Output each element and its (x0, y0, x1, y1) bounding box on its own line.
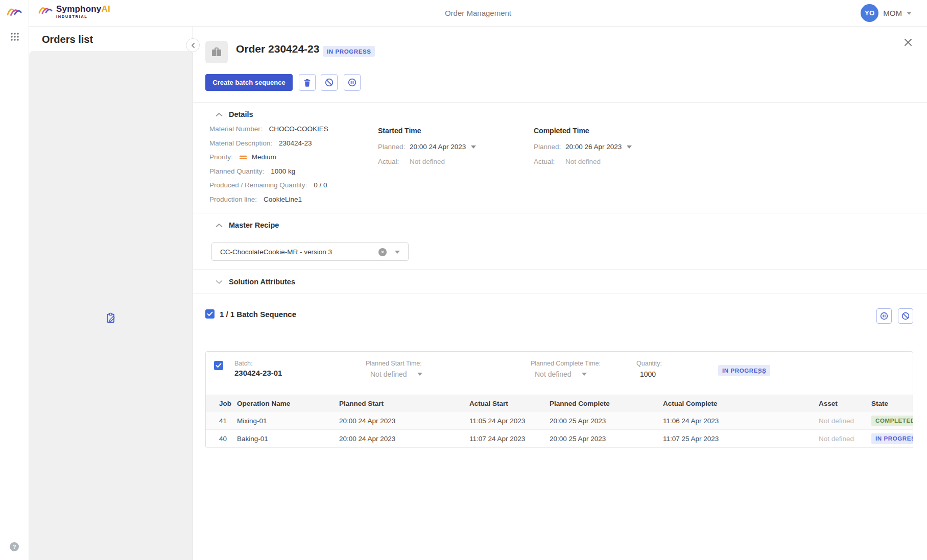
solution-attributes-section-header[interactable]: Solution Attributes (216, 278, 295, 286)
pause-batch-button[interactable] (876, 308, 892, 324)
master-recipe-section-header[interactable]: Master Recipe (216, 221, 279, 229)
briefcase-icon (211, 47, 222, 57)
page-title: Order Management (29, 9, 927, 17)
completed-actual-row: Actual: Not defined (534, 158, 601, 165)
clear-selection-icon[interactable]: ✕ (378, 248, 387, 256)
pause-circle-icon (880, 312, 888, 320)
completed-time-column: Completed Time Planned: 20:00 26 Apr 202… (534, 127, 589, 135)
left-rail: ? (0, 0, 29, 560)
delete-order-button[interactable] (299, 74, 316, 91)
create-batch-sequence-button[interactable]: Create batch sequence (205, 74, 293, 91)
grid-dots-glyph (10, 32, 20, 42)
quantity-value: 1000 (640, 370, 656, 378)
completed-planned-row: Planned: 20:00 26 Apr 2023 (534, 143, 632, 151)
cancel-batch-button[interactable] (898, 308, 913, 324)
divider (193, 294, 927, 294)
field-material-description: Material Description:230424-23 (209, 139, 328, 154)
wave-glyph (7, 6, 22, 18)
brand-logo: SymphonyAI INDUSTRIAL (38, 5, 110, 19)
master-recipe-value: CC-ChocolateCookie-MR - version 3 (220, 248, 332, 256)
chevron-left-icon (191, 42, 196, 48)
sidebar-item-orders[interactable] (29, 51, 193, 560)
col-planned-complete: Planned Complete (550, 400, 663, 407)
chevron-up-icon (216, 112, 223, 117)
chevron-down-icon (582, 373, 587, 376)
completed-time-heading: Completed Time (534, 127, 589, 135)
help-icon[interactable]: ? (10, 542, 19, 551)
col-operation-name: Operation Name (237, 400, 339, 407)
started-planned-row: Planned: 20:00 24 Apr 2023 (378, 143, 476, 151)
wave-glyph (38, 5, 53, 17)
col-actual-complete: Actual Complete (663, 400, 819, 407)
brand-text: SymphonyAI INDUSTRIAL (56, 5, 110, 19)
batch-id: 230424-23-01 (234, 369, 282, 377)
col-asset: Asset (819, 400, 871, 407)
chevron-down-icon (907, 12, 912, 15)
order-detail-panel: Order 230424-23 IN PROGRESS Create batch… (193, 27, 927, 560)
collapse-panel-button[interactable] (186, 38, 200, 52)
collapse-batch-icon[interactable] (758, 368, 765, 377)
ban-icon (901, 312, 910, 320)
job-state-badge: IN PROGRESS (871, 433, 913, 444)
batch-label: Batch: (234, 360, 252, 367)
job-row[interactable]: 41 Mixing-01 20:00 24 Apr 2023 11:05 24 … (206, 412, 913, 430)
order-management-app: ? SymphonyAI INDUSTRIAL Order Management… (0, 0, 927, 560)
started-planned-value[interactable]: 20:00 24 Apr 2023 (410, 143, 466, 151)
started-time-heading: Started Time (378, 127, 421, 135)
chevron-down-icon (395, 251, 400, 254)
chevron-down-icon[interactable] (471, 145, 476, 149)
jobs-table-header: Job Operation Name Planned Start Actual … (206, 395, 913, 412)
field-priority: Priority: Medium (209, 153, 328, 167)
batch-card-header: Batch: 230424-23-01 Planned Start Time: … (206, 352, 913, 395)
divider (193, 102, 927, 103)
job-state-badge: COMPLETED (871, 416, 913, 426)
symphonyai-wave-icon[interactable] (7, 6, 22, 18)
quantity-label: Quantity: (636, 360, 662, 367)
field-produced-remaining: Produced / Remaining Quantity:0 / 0 (209, 181, 328, 196)
chevron-down-icon[interactable] (627, 145, 632, 149)
batch-sequence-heading: 1 / 1 Batch Sequence (220, 310, 296, 319)
divider (193, 213, 927, 213)
completed-planned-value[interactable]: 20:00 26 Apr 2023 (565, 143, 622, 151)
apps-grid-icon[interactable] (4, 26, 26, 48)
orders-list-title: Orders list (42, 34, 93, 45)
user-menu[interactable]: YO MOM (861, 4, 912, 22)
job-row[interactable]: 40 Baking-01 20:00 24 Apr 2023 11:07 24 … (206, 430, 913, 448)
batch-checkbox[interactable] (214, 361, 223, 370)
planned-complete-time-value[interactable]: Not defined (535, 370, 587, 378)
batch-sequence-checkbox[interactable] (205, 309, 215, 319)
priority-medium-icon (240, 155, 247, 160)
topbar: SymphonyAI INDUSTRIAL Order Management Y… (29, 0, 927, 27)
started-actual-row: Actual: Not defined (378, 158, 445, 165)
started-time-column: Started Time Planned: 20:00 24 Apr 2023 … (378, 127, 421, 135)
col-state: State (871, 400, 913, 407)
col-actual-start: Actual Start (469, 400, 550, 407)
trash-icon (303, 79, 311, 87)
order-tile (205, 41, 228, 63)
divider (193, 269, 927, 270)
cancel-order-button[interactable] (321, 74, 338, 91)
field-production-line: Production line:CookieLine1 (209, 196, 328, 210)
details-section-header[interactable]: Details (216, 110, 253, 118)
clipboard-edit-icon (105, 312, 116, 324)
brand-subtitle: INDUSTRIAL (56, 15, 110, 19)
user-label: MOM (883, 9, 902, 17)
field-planned-quantity: Planned Quantity:1000 kg (209, 167, 328, 182)
order-status-badge: IN PROGRESS (323, 46, 375, 57)
col-job: Job (219, 400, 237, 407)
planned-start-time-value[interactable]: Not defined (370, 370, 422, 378)
master-recipe-select[interactable]: CC-ChocolateCookie-MR - version 3 ✕ (211, 242, 409, 261)
close-icon[interactable] (902, 37, 914, 48)
ban-icon (325, 78, 334, 87)
order-title: Order 230424-23 (236, 43, 319, 55)
avatar[interactable]: YO (861, 4, 878, 22)
planned-start-time-label: Planned Start Time: (366, 360, 422, 367)
pause-order-button[interactable] (344, 74, 361, 91)
details-fields: Material Number:CHOCO-COOKIES Material D… (209, 125, 328, 209)
field-material-number: Material Number:CHOCO-COOKIES (209, 125, 328, 139)
col-planned-start: Planned Start (339, 400, 469, 407)
brand-name: SymphonyAI (56, 5, 110, 13)
chevron-up-icon (216, 223, 223, 228)
chevron-down-icon (216, 280, 223, 284)
chevron-down-icon (417, 373, 422, 376)
